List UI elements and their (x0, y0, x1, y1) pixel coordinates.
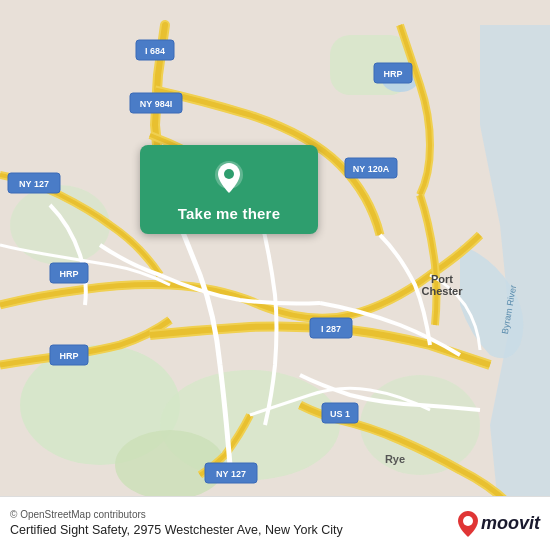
svg-text:US 1: US 1 (330, 409, 350, 419)
location-title: Certified Sight Safety, 2975 Westchester… (10, 522, 457, 538)
svg-text:NY 120A: NY 120A (353, 164, 390, 174)
osm-attribution: © OpenStreetMap contributors (10, 509, 457, 520)
svg-text:HRP: HRP (59, 351, 78, 361)
bottom-bar: © OpenStreetMap contributors Certified S… (0, 496, 550, 550)
moovit-logo: moovit (457, 510, 540, 538)
svg-text:Rye: Rye (385, 453, 405, 465)
map-background: I 684 NY 984I NY 984I NY 127 HRP HRP HRP… (0, 0, 550, 550)
svg-text:HRP: HRP (383, 69, 402, 79)
svg-point-35 (224, 169, 234, 179)
svg-text:Port: Port (431, 273, 453, 285)
svg-point-36 (463, 516, 473, 526)
svg-text:NY 127: NY 127 (19, 179, 49, 189)
moovit-pin-icon (457, 510, 479, 538)
moovit-text: moovit (481, 513, 540, 534)
svg-text:HRP: HRP (59, 269, 78, 279)
svg-text:I 287: I 287 (321, 324, 341, 334)
svg-text:I 684: I 684 (145, 46, 165, 56)
take-me-there-label: Take me there (178, 205, 280, 222)
svg-text:NY 984I: NY 984I (140, 99, 172, 109)
take-me-there-button[interactable]: Take me there (140, 145, 318, 234)
bottom-bar-info: © OpenStreetMap contributors Certified S… (10, 509, 457, 538)
map-container: I 684 NY 984I NY 984I NY 127 HRP HRP HRP… (0, 0, 550, 550)
svg-text:Chester: Chester (422, 285, 464, 297)
map-pin-icon (210, 159, 248, 197)
svg-text:NY 127: NY 127 (216, 469, 246, 479)
